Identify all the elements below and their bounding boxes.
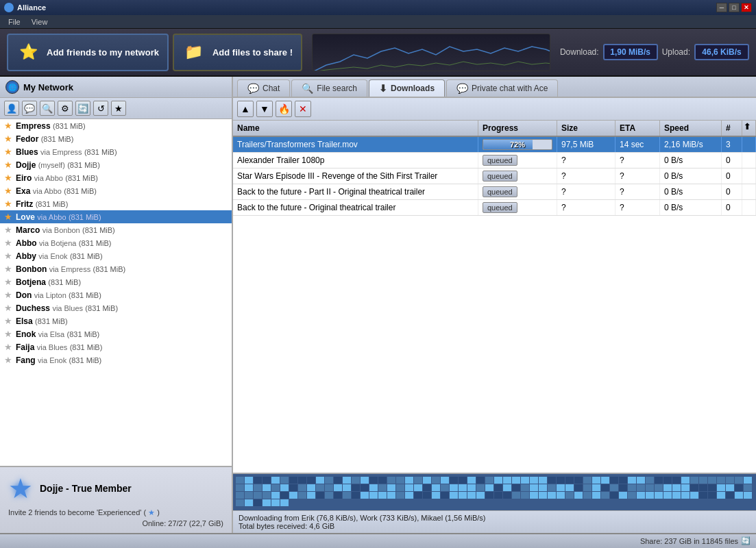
- list-item[interactable]: ★Bonbon via Empress (831 MiB): [0, 262, 232, 275]
- list-item[interactable]: ★Love via Abbo (831 MiB): [0, 210, 232, 223]
- eta-cell: ?: [615, 184, 660, 199]
- star-filled-icon: ★: [4, 173, 12, 183]
- list-item[interactable]: ★Faija via Blues (831 MiB): [0, 340, 232, 353]
- name-cell: Star Wars Episode III - Revenge of the S…: [233, 169, 478, 184]
- list-item[interactable]: ★Fedor (831 MiB): [0, 132, 232, 145]
- refresh2-button[interactable]: ↺: [93, 101, 108, 116]
- invite-suffix: ): [157, 508, 160, 516]
- list-item[interactable]: ★Elsa (831 MiB): [0, 314, 232, 327]
- piece-block: [450, 484, 458, 491]
- globe-icon: 🌐: [5, 80, 19, 94]
- piece-block: [512, 484, 520, 491]
- col-scroll: ⬆: [742, 121, 756, 136]
- refresh-button[interactable]: 🔄: [75, 101, 90, 116]
- piece-block: [334, 492, 342, 499]
- piece-block: [245, 477, 253, 484]
- list-item[interactable]: ★Enok via Elsa (831 MiB): [0, 327, 232, 340]
- move-down-button[interactable]: ▼: [256, 101, 273, 117]
- via-label: via Blues: [52, 304, 83, 312]
- user-name: Enok: [16, 329, 36, 339]
- piece-block: [432, 492, 440, 499]
- list-item[interactable]: ★Duchess via Blues (831 MiB): [0, 301, 232, 314]
- tab-label: Downloads: [391, 84, 435, 93]
- star-outline-icon: ★: [4, 342, 12, 352]
- username: Duchess via Blues (831 MiB): [16, 303, 228, 313]
- piece-block: [307, 492, 315, 499]
- table-row[interactable]: Alexander Trailer 1080p queued ? ? 0 B/s…: [233, 153, 756, 169]
- menu-file[interactable]: File: [3, 16, 26, 27]
- remove-button[interactable]: ✕: [295, 101, 311, 117]
- list-item[interactable]: ★Empress (831 MiB): [0, 119, 232, 132]
- star-filled-icon: ★: [4, 134, 12, 144]
- piece-block: [254, 499, 262, 506]
- speed-cell: 0 B/s: [660, 200, 722, 215]
- list-item[interactable]: ★Eiro via Abbo (831 MiB): [0, 171, 232, 184]
- user-size: (831 MiB): [35, 317, 68, 325]
- list-item[interactable]: ★Exa via Abbo (831 MiB): [0, 184, 232, 197]
- piece-block: [521, 484, 529, 491]
- piece-block: [548, 484, 556, 491]
- col-progress: Progress: [478, 121, 557, 136]
- size-cell: ?: [557, 153, 615, 168]
- titlebar: Alliance ─ □ ✕: [0, 0, 756, 15]
- piece-block: [646, 492, 654, 499]
- piece-block: [699, 484, 707, 491]
- piece-block: [557, 492, 565, 499]
- minimize-button[interactable]: ─: [716, 3, 727, 12]
- move-up-button[interactable]: ▲: [237, 101, 254, 117]
- piece-block: [441, 477, 449, 484]
- count-cell: 0: [722, 200, 742, 215]
- piece-block: [548, 477, 556, 484]
- list-item[interactable]: ★Fang via Enok (831 MiB): [0, 353, 232, 366]
- list-item[interactable]: ★Don via Lipton (831 MiB): [0, 288, 232, 301]
- piece-block: [672, 477, 681, 484]
- piece-block: [619, 484, 627, 491]
- refresh-icon[interactable]: 🔄: [741, 536, 751, 546]
- maximize-button[interactable]: □: [729, 3, 740, 12]
- add-files-button[interactable]: 📁 Add files to share !: [173, 34, 302, 71]
- user-name: Abbo: [16, 238, 37, 248]
- piece-block: [254, 484, 262, 491]
- piece-block: [476, 477, 485, 484]
- tab-file-search[interactable]: 🔍File search: [291, 79, 367, 97]
- table-row[interactable]: Back to the future - Part II - Original …: [233, 184, 756, 200]
- star-outline-icon: ★: [4, 251, 12, 261]
- manage-button[interactable]: ★: [111, 101, 126, 116]
- progress-cell: queued: [478, 169, 557, 184]
- piece-block: [708, 477, 716, 484]
- settings-button[interactable]: ⚙: [58, 101, 73, 116]
- table-row[interactable]: Trailers/Transformers Trailer.mov 72% 97…: [233, 137, 756, 153]
- add-user-button[interactable]: 👤: [4, 101, 19, 116]
- close-button[interactable]: ✕: [741, 3, 752, 12]
- list-item[interactable]: ★Abbo via Botjena (831 MiB): [0, 236, 232, 249]
- table-row[interactable]: Star Wars Episode III - Revenge of the S…: [233, 169, 756, 184]
- upload-stat: Upload: 46,6 KiB/s: [662, 44, 749, 60]
- piece-block: [467, 477, 476, 484]
- tab-chat[interactable]: 💬Chat: [237, 79, 290, 97]
- list-item[interactable]: ★Blues via Empress (831 MiB): [0, 145, 232, 158]
- add-friends-icon: ⭐: [16, 40, 40, 64]
- search-button[interactable]: 🔍: [40, 101, 55, 116]
- list-item[interactable]: ★Dojje (myself) (831 MiB): [0, 158, 232, 171]
- table-body: Trailers/Transformers Trailer.mov 72% 97…: [233, 137, 756, 473]
- menu-view[interactable]: View: [26, 16, 53, 27]
- list-item[interactable]: ★Abby via Enok (831 MiB): [0, 249, 232, 262]
- table-row[interactable]: Back to the future - Original theatrical…: [233, 200, 756, 216]
- add-friends-button[interactable]: ⭐ Add friends to my network: [7, 34, 169, 71]
- chat-button[interactable]: 💬: [22, 101, 37, 116]
- user-name: Dojje: [16, 160, 36, 170]
- list-item[interactable]: ★Marco via Bonbon (831 MiB): [0, 223, 232, 236]
- piece-block: [512, 477, 520, 484]
- list-item[interactable]: ★Fritz (831 MiB): [0, 197, 232, 210]
- size-cell: ?: [557, 169, 615, 184]
- pause-button[interactable]: 🔥: [276, 101, 292, 117]
- piece-block: [663, 477, 672, 484]
- piece-block: [744, 484, 752, 491]
- bandwidth-graph: [312, 34, 550, 71]
- network-toolbar: 👤 💬 🔍 ⚙ 🔄 ↺ ★: [0, 98, 232, 119]
- tabs-bar: 💬Chat🔍File search⬇Downloads💬Private chat…: [233, 77, 756, 98]
- piece-block: [254, 477, 262, 484]
- tab-private-chat-with-ace[interactable]: 💬Private chat with Ace: [446, 79, 558, 97]
- list-item[interactable]: ★Botjena (831 MiB): [0, 275, 232, 288]
- tab-downloads[interactable]: ⬇Downloads: [369, 79, 445, 97]
